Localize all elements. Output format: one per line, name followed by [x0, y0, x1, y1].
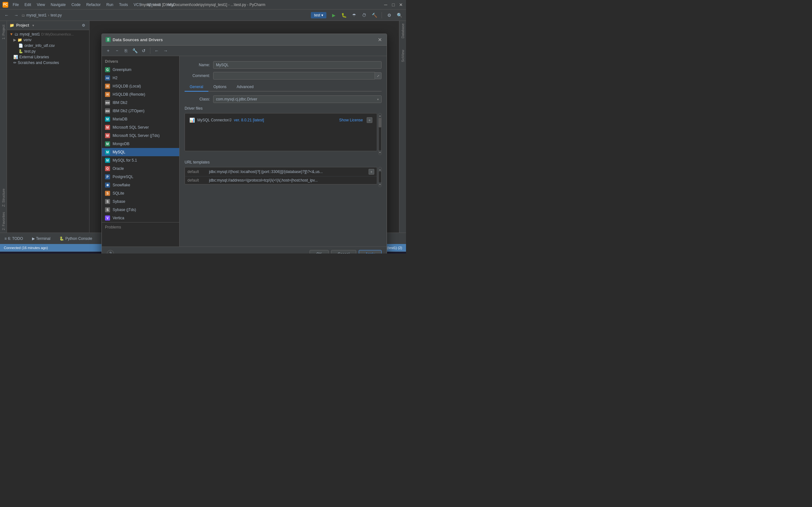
remove-driver-button[interactable]: －	[113, 47, 121, 55]
window-controls[interactable]: ─ □ ✕	[383, 2, 403, 7]
driver-item-mssql-jtds[interactable]: M Microsoft SQL Server (jTds)	[102, 131, 179, 140]
panel-settings-button[interactable]: ⚙	[80, 22, 87, 29]
minimize-button[interactable]: ─	[383, 2, 388, 7]
tab-advanced[interactable]: Advanced	[232, 83, 258, 92]
name-input[interactable]	[213, 61, 382, 69]
tab-options[interactable]: Options	[208, 83, 232, 92]
driver-file-row[interactable]: 📊 MySQL Connector/J ver. 8.0.21 [latest]…	[188, 116, 374, 124]
driver-item-ibm-db2[interactable]: IBM IBM Db2	[102, 99, 179, 107]
profile-button[interactable]: ⏱	[360, 11, 368, 19]
class-select[interactable]: com.mysql.cj.jdbc.Driver ▾	[213, 95, 382, 103]
url-scroll-up-button[interactable]: ▲	[379, 167, 381, 172]
driver-item-vertica[interactable]: V Vertica	[102, 214, 179, 222]
mssql-icon: M	[105, 125, 110, 130]
tree-item-external-libs[interactable]: 📊 External Libraries	[7, 54, 89, 60]
sidebar-tab-structure[interactable]: Z: Structure	[1, 186, 6, 209]
driver-item-oracle[interactable]: O Oracle	[102, 164, 179, 173]
mssql-jtds-icon: M	[105, 133, 110, 138]
toolbar-forward-button[interactable]: →	[12, 11, 20, 19]
url-templates-area: default jdbc:mysql://{host::localhost}?[…	[185, 167, 377, 184]
menu-refactor[interactable]: Refactor	[84, 2, 103, 8]
right-tab-database[interactable]: Database	[400, 21, 406, 41]
show-license-link[interactable]: Show License	[339, 118, 363, 122]
driver-item-mssql[interactable]: M Microsoft SQL Server	[102, 123, 179, 131]
coverage-button[interactable]: ☂	[350, 11, 358, 19]
driver-file-icon: 📊	[189, 118, 195, 123]
tree-item-testpy[interactable]: 🐍 test.py	[7, 49, 89, 54]
driver-item-mongodb[interactable]: M MongoDB	[102, 140, 179, 148]
menu-navigate[interactable]: Navigate	[48, 2, 68, 8]
sidebar-tab-project[interactable]: 1: Project	[1, 22, 6, 42]
driver-files-scrollbar[interactable]: ▲ ▼	[378, 113, 382, 155]
driver-item-sybase-jtds[interactable]: S Sybase (jTds)	[102, 206, 179, 214]
close-button[interactable]: ✕	[398, 2, 403, 7]
tab-general[interactable]: General	[185, 83, 208, 92]
url-row-0[interactable]: default jdbc:mysql://{host::localhost}?[…	[185, 167, 377, 176]
driver-item-greenplum[interactable]: G Greenplum	[102, 66, 179, 74]
menu-file[interactable]: File	[10, 2, 21, 8]
tree-item-venv[interactable]: ▶ 📁 venv	[7, 37, 89, 43]
configure-button[interactable]: 🔧	[131, 47, 139, 55]
menu-view[interactable]: View	[34, 2, 48, 8]
build-button[interactable]: 🔨	[370, 11, 378, 19]
driver-item-h2[interactable]: H2 H2	[102, 74, 179, 82]
add-driver-button[interactable]: ＋	[104, 47, 112, 55]
right-tab-sciview[interactable]: SciView	[400, 47, 406, 65]
driver-item-snowflake[interactable]: ❄ Snowflake	[102, 181, 179, 189]
driver-item-sybase[interactable]: S Sybase	[102, 198, 179, 206]
modal-overlay: 🗄 Data Sources and Drivers ✕ ＋ － ⎘ 🔧 ↺ ←…	[90, 21, 399, 233]
driver-item-mysql51[interactable]: M MySQL for 5.1	[102, 156, 179, 164]
maximize-button[interactable]: □	[391, 2, 396, 7]
driver-item-hsqldb-remote[interactable]: H HSQLDB (Remote)	[102, 90, 179, 99]
url-add-button[interactable]: ＋	[368, 169, 374, 175]
sybase-icon: S	[105, 199, 110, 204]
ok-button[interactable]: OK	[310, 250, 328, 253]
menu-code[interactable]: Code	[69, 2, 83, 8]
settings-button[interactable]: ⚙	[385, 11, 393, 19]
url-row-1[interactable]: default jdbc:mysql://address=\(protocol=…	[185, 176, 377, 184]
help-button[interactable]: ?	[107, 250, 114, 253]
sidebar-tab-favorites[interactable]: 2: Favorites	[1, 210, 6, 233]
run-button[interactable]: ▶	[329, 11, 338, 19]
nav-forward-button[interactable]: →	[162, 47, 169, 55]
hsqldb-local-icon: H	[105, 83, 110, 89]
driver-item-postgresql[interactable]: P PostgreSQL	[102, 173, 179, 181]
menu-edit[interactable]: Edit	[22, 2, 34, 8]
modal-close-button[interactable]: ✕	[376, 37, 383, 43]
config-tabs: General Options Advanced	[185, 83, 382, 92]
tree-item-csv[interactable]: 📄 order_info_utf.csv	[7, 43, 89, 49]
comment-input[interactable]	[213, 72, 375, 79]
url-scrollbar[interactable]: ▲ ▼	[378, 167, 382, 187]
search-button[interactable]: 🔍	[395, 11, 403, 19]
config-panel: Name: Comment: ⤢	[180, 56, 387, 246]
driver-item-ibm-db2-jtopen[interactable]: IBM IBM Db2 (JTOpen)	[102, 107, 179, 115]
toolbar-back-button[interactable]: ←	[3, 11, 11, 19]
cancel-button[interactable]: Cancel	[331, 250, 356, 253]
modal-titlebar: 🗄 Data Sources and Drivers ✕	[102, 34, 387, 46]
menu-tools[interactable]: Tools	[116, 2, 131, 8]
copy-driver-button[interactable]: ⎘	[122, 47, 130, 55]
comment-expand-button[interactable]: ⤢	[374, 72, 382, 79]
url-scroll-down-button[interactable]: ▼	[379, 182, 381, 187]
driver-item-mariadb[interactable]: M MariaDB	[102, 115, 179, 123]
driver-item-mysql[interactable]: M MySQL	[102, 148, 179, 156]
driver-item-sqlite[interactable]: S SQLite	[102, 189, 179, 198]
bottom-tab-python-console[interactable]: 🐍 Python Console	[57, 236, 94, 241]
tree-item-root[interactable]: ▼ 🗂 mysql_test1 D:\MyDocument\co...	[7, 32, 89, 37]
run-config-label[interactable]: test ▾	[311, 12, 326, 18]
nav-back-button[interactable]: ←	[153, 47, 160, 55]
driver-item-hsqldb-local[interactable]: H HSQLDB (Local)	[102, 82, 179, 90]
url-scroll-track	[379, 172, 381, 182]
bottom-tab-terminal[interactable]: ▶ Terminal	[30, 236, 52, 241]
left-sidebar-tabs: 1: Project Z: Structure 2: Favorites	[0, 21, 7, 233]
scroll-up-button[interactable]: ▲	[379, 113, 381, 118]
tree-item-scratches[interactable]: ✏ Scratches and Consoles	[7, 60, 89, 66]
refresh-button[interactable]: ↺	[140, 47, 148, 55]
scroll-down-button[interactable]: ▼	[379, 150, 381, 155]
menu-run[interactable]: Run	[104, 2, 116, 8]
apply-button[interactable]: Apply	[359, 250, 382, 253]
driver-file-add-button[interactable]: ＋	[367, 117, 372, 123]
scroll-thumb[interactable]	[379, 118, 381, 127]
debug-button[interactable]: 🐛	[340, 11, 348, 19]
bottom-tab-todo[interactable]: ≡ 6: TODO	[3, 236, 25, 241]
